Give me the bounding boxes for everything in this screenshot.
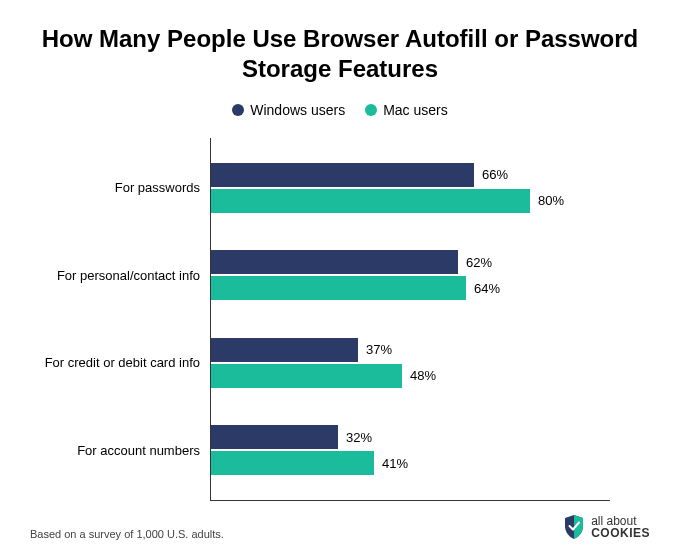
bar-group: For credit or debit card info 37% 48% xyxy=(30,338,650,388)
bar-row: 41% xyxy=(210,451,610,475)
category-label: For account numbers xyxy=(30,443,210,458)
bar-chart: For passwords 66% 80% For personal/conta… xyxy=(30,138,650,500)
bar-row: 66% xyxy=(210,163,610,187)
bar-value: 32% xyxy=(346,430,372,445)
bar-row: 37% xyxy=(210,338,610,362)
footer: Based on a survey of 1,000 U.S. adults. … xyxy=(30,514,650,540)
legend-label: Windows users xyxy=(250,102,345,118)
footnote: Based on a survey of 1,000 U.S. adults. xyxy=(30,528,224,540)
logo-text: all about COOKIES xyxy=(591,515,650,539)
bar-row: 62% xyxy=(210,250,610,274)
bar-windows xyxy=(210,425,338,449)
bar-mac xyxy=(210,189,530,213)
bar-group: For account numbers 32% 41% xyxy=(30,425,650,475)
bar-windows xyxy=(210,163,474,187)
legend-item-mac: Mac users xyxy=(365,102,448,118)
shield-icon xyxy=(563,514,585,540)
legend-item-windows: Windows users xyxy=(232,102,345,118)
y-axis-line xyxy=(210,138,211,501)
bar-pair: 62% 64% xyxy=(210,250,610,300)
legend-dot-icon xyxy=(232,104,244,116)
category-label: For personal/contact info xyxy=(30,268,210,283)
bar-value: 80% xyxy=(538,193,564,208)
bar-group: For passwords 66% 80% xyxy=(30,163,650,213)
bar-pair: 32% 41% xyxy=(210,425,610,475)
category-label: For passwords xyxy=(30,180,210,195)
bar-mac xyxy=(210,276,466,300)
bar-windows xyxy=(210,250,458,274)
bar-mac xyxy=(210,451,374,475)
bar-value: 48% xyxy=(410,368,436,383)
bar-mac xyxy=(210,364,402,388)
legend-label: Mac users xyxy=(383,102,448,118)
chart-title: How Many People Use Browser Autofill or … xyxy=(30,24,650,84)
bar-group: For personal/contact info 62% 64% xyxy=(30,250,650,300)
brand-logo: all about COOKIES xyxy=(563,514,650,540)
x-axis-line xyxy=(210,500,610,501)
bar-row: 64% xyxy=(210,276,610,300)
plot-area: For passwords 66% 80% For personal/conta… xyxy=(30,138,650,500)
legend-dot-icon xyxy=(365,104,377,116)
bar-value: 64% xyxy=(474,281,500,296)
bar-value: 37% xyxy=(366,342,392,357)
bar-row: 48% xyxy=(210,364,610,388)
bar-windows xyxy=(210,338,358,362)
bar-row: 32% xyxy=(210,425,610,449)
bar-row: 80% xyxy=(210,189,610,213)
category-label: For credit or debit card info xyxy=(30,355,210,370)
bar-pair: 66% 80% xyxy=(210,163,610,213)
bar-value: 41% xyxy=(382,456,408,471)
bar-value: 62% xyxy=(466,255,492,270)
legend: Windows users Mac users xyxy=(30,102,650,118)
logo-line2: COOKIES xyxy=(591,527,650,539)
bar-value: 66% xyxy=(482,167,508,182)
bar-pair: 37% 48% xyxy=(210,338,610,388)
